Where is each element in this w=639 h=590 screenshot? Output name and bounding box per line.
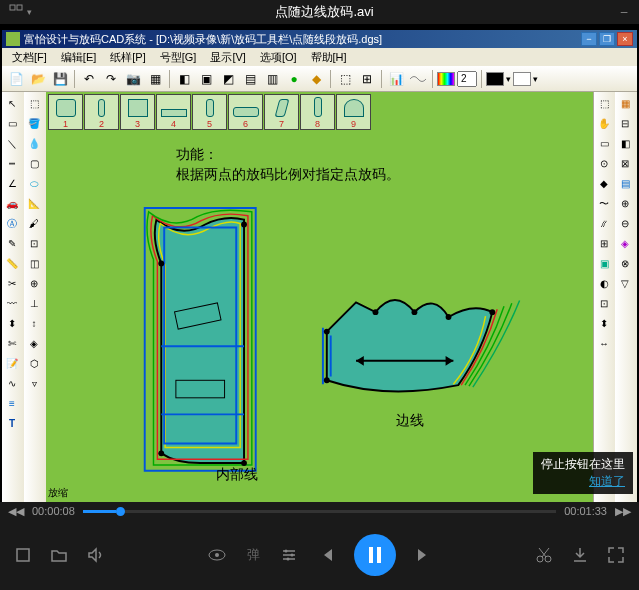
r-tool-c-icon[interactable]: ◐ xyxy=(594,274,614,293)
r2-g-icon[interactable]: ⊖ xyxy=(615,214,635,233)
tool-c-icon[interactable]: ◩ xyxy=(218,69,238,89)
size-swatch-7[interactable]: 7 xyxy=(264,94,299,130)
new-icon[interactable]: 📄 xyxy=(6,69,26,89)
maximize-button[interactable]: ❐ xyxy=(599,32,615,46)
tool-i-icon[interactable]: ⊞ xyxy=(357,69,377,89)
stop-icon[interactable] xyxy=(14,546,32,564)
r-tool-d-icon[interactable]: ⊡ xyxy=(594,294,614,313)
redo-icon[interactable]: ↷ xyxy=(101,69,121,89)
camera-icon[interactable]: 📷 xyxy=(123,69,143,89)
save-icon[interactable]: 💾 xyxy=(50,69,70,89)
tool-g-icon[interactable]: ◆ xyxy=(306,69,326,89)
tool-e-icon[interactable]: ▥ xyxy=(262,69,282,89)
undo-icon[interactable]: ↶ xyxy=(79,69,99,89)
curve-icon[interactable]: 〰 xyxy=(2,294,22,313)
playlist-toggle-icon[interactable] xyxy=(9,4,23,21)
rect-icon[interactable]: ▭ xyxy=(2,114,22,133)
tool-w-icon[interactable]: ▿ xyxy=(24,374,44,393)
menu-edit[interactable]: 编辑[E] xyxy=(55,49,102,66)
brush-icon[interactable]: 🖌 xyxy=(24,214,44,233)
r2-j-icon[interactable]: ▽ xyxy=(615,274,635,293)
table-icon[interactable]: ▦ xyxy=(145,69,165,89)
grade-icon[interactable]: ⬍ xyxy=(2,314,22,333)
tool-y-icon[interactable]: ◈ xyxy=(24,334,44,353)
wave-icon[interactable] xyxy=(408,69,428,89)
color-white[interactable] xyxy=(513,72,531,86)
tooltip-dismiss-link[interactable]: 知道了 xyxy=(589,474,625,488)
color-dropdown-icon[interactable]: ▾ xyxy=(506,74,511,84)
color-dropdown-icon-2[interactable]: ▾ xyxy=(533,74,538,84)
tool-d-icon[interactable]: ▤ xyxy=(240,69,260,89)
pen-icon[interactable]: ✎ xyxy=(2,234,22,253)
color-picker-1[interactable] xyxy=(437,72,455,86)
r-tool-a-icon[interactable]: ⊞ xyxy=(594,234,614,253)
notch-icon[interactable]: ⊥ xyxy=(24,294,44,313)
snip-icon[interactable] xyxy=(535,546,553,564)
r2-h-icon[interactable]: ◈ xyxy=(615,234,635,253)
menu-file[interactable]: 文档[F] xyxy=(6,49,53,66)
size-swatch-9[interactable]: 9 xyxy=(336,94,371,130)
r2-f-icon[interactable]: ⊕ xyxy=(615,194,635,213)
wave2-icon[interactable]: ∿ xyxy=(2,374,22,393)
danmu-toggle[interactable]: 弹 xyxy=(247,546,260,564)
text-icon[interactable]: T xyxy=(2,414,22,433)
frame-icon[interactable]: ▢ xyxy=(24,154,44,173)
canvas[interactable]: 1 2 3 4 5 6 7 8 9 功能： 根据两点的放码比例对指定点放码。 xyxy=(46,92,593,502)
dash-icon[interactable]: ┅ xyxy=(2,154,22,173)
scissors-icon[interactable]: ✄ xyxy=(2,334,22,353)
open-icon[interactable]: 📂 xyxy=(28,69,48,89)
compass-icon[interactable]: Ⓐ xyxy=(2,214,22,233)
measure-icon[interactable]: 📐 xyxy=(24,194,44,213)
player-menu-icon[interactable]: – xyxy=(609,5,639,19)
size-swatch-5[interactable]: 5 xyxy=(192,94,227,130)
progress-track[interactable] xyxy=(83,510,556,513)
tool-x-icon[interactable]: ⊡ xyxy=(24,234,44,253)
tool-h-icon[interactable]: ⬚ xyxy=(335,69,355,89)
menu-view[interactable]: 显示[V] xyxy=(204,49,251,66)
color-black[interactable] xyxy=(486,72,504,86)
stroke-width-input[interactable] xyxy=(457,71,477,87)
size-swatch-2[interactable]: 2 xyxy=(84,94,119,130)
r2-d-icon[interactable]: ⊠ xyxy=(615,154,635,173)
menu-pattern[interactable]: 纸样[P] xyxy=(104,49,151,66)
chart-icon[interactable]: 📊 xyxy=(386,69,406,89)
menu-size[interactable]: 号型[G] xyxy=(154,49,203,66)
angle-icon[interactable]: ∠ xyxy=(2,174,22,193)
eye-icon[interactable] xyxy=(207,548,227,562)
ruler-icon[interactable]: 📏 xyxy=(2,254,22,273)
r2-i-icon[interactable]: ⊗ xyxy=(615,254,635,273)
r-tool-e-icon[interactable]: ⬍ xyxy=(594,314,614,333)
pointer-icon[interactable]: ↖ xyxy=(2,94,22,113)
cut-icon[interactable]: ✂ xyxy=(2,274,22,293)
next-track-icon[interactable] xyxy=(416,547,432,563)
tool-f-icon[interactable]: ● xyxy=(284,69,304,89)
cylinder-icon[interactable]: ⬭ xyxy=(24,174,44,193)
select-icon[interactable]: ⬚ xyxy=(24,94,44,113)
car-icon[interactable]: 🚗 xyxy=(2,194,22,213)
download-icon[interactable] xyxy=(571,546,589,564)
r2-c-icon[interactable]: ◧ xyxy=(615,134,635,153)
tool-a-icon[interactable]: ◧ xyxy=(174,69,194,89)
size-swatch-3[interactable]: 3 xyxy=(120,94,155,130)
r-dot-icon[interactable]: ⊙ xyxy=(594,154,614,173)
size-swatch-4[interactable]: 4 xyxy=(156,94,191,130)
fullscreen-icon[interactable] xyxy=(607,546,625,564)
pattern-icon[interactable]: ◫ xyxy=(24,254,44,273)
size-swatch-1[interactable]: 1 xyxy=(48,94,83,130)
r-select-icon[interactable]: ⬚ xyxy=(594,94,614,113)
grain-icon[interactable]: ↕ xyxy=(24,314,44,333)
rewind-icon[interactable]: ◀◀ xyxy=(8,505,24,518)
note-icon[interactable]: 📝 xyxy=(2,354,22,373)
r-smooth-icon[interactable]: 〜 xyxy=(594,194,614,213)
size-swatch-6[interactable]: 6 xyxy=(228,94,263,130)
tool-b-icon[interactable]: ▣ xyxy=(196,69,216,89)
size-swatch-8[interactable]: 8 xyxy=(300,94,335,130)
progress-thumb[interactable] xyxy=(116,507,125,516)
close-button[interactable]: × xyxy=(617,32,633,46)
settings-icon[interactable] xyxy=(280,546,298,564)
r2-b-icon[interactable]: ⊟ xyxy=(615,114,635,133)
open-file-icon[interactable] xyxy=(50,546,68,564)
r-node-icon[interactable]: ◆ xyxy=(594,174,614,193)
volume-icon[interactable] xyxy=(86,546,104,564)
tool-z-icon[interactable]: ⬡ xyxy=(24,354,44,373)
